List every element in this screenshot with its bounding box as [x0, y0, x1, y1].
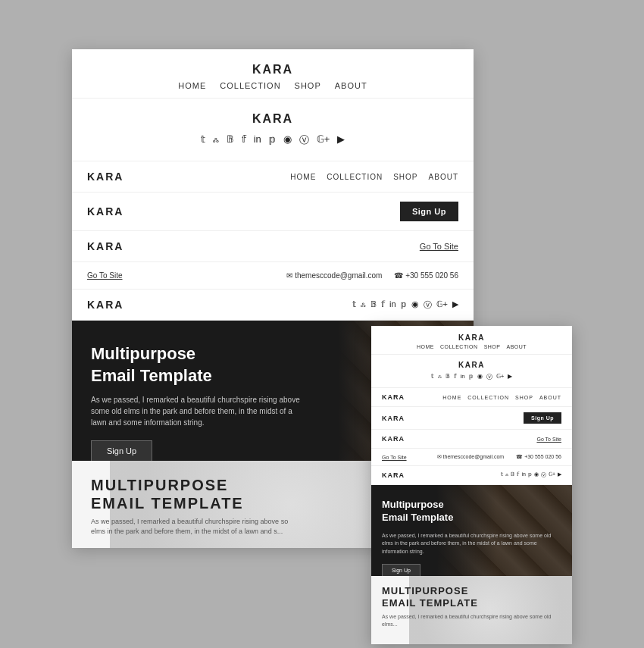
nav-shop[interactable]: SHOP — [295, 81, 321, 90]
gplus-icon[interactable]: 𝔾+ — [317, 133, 330, 147]
s-yt[interactable]: ▶ — [508, 373, 512, 381]
card-header: KARA HOME COLLECTION SHOP ABOUT — [72, 49, 474, 99]
twitter-icon[interactable]: 𝕥 — [201, 133, 205, 147]
hero-body: As we passed, I remarked a beautiful chu… — [91, 394, 303, 428]
dribbble-icon[interactable]: 𝔹 — [227, 133, 234, 147]
small-brand-social: KARA — [382, 471, 405, 479]
s-nav2-about[interactable]: ABOUT — [539, 395, 561, 400]
s-bh[interactable]: ஃ — [438, 373, 442, 381]
nav-about[interactable]: ABOUT — [335, 81, 367, 90]
brand-left-3: KARA — [87, 240, 123, 252]
s-nav-shop[interactable]: SHOP — [484, 344, 501, 349]
small-row-contact: Go To Site ✉ themesccode@gmail.com ☎ +30… — [371, 449, 572, 466]
header-brand: KARA — [87, 63, 458, 77]
tw-icon[interactable]: 𝕥 — [352, 299, 356, 311]
small-brand-btn: KARA — [382, 415, 405, 422]
email-info: ✉ themesccode@gmail.com — [286, 271, 382, 280]
signup-button[interactable]: Sign Up — [400, 202, 458, 221]
small-hero-body: As we passed, I remarked a beautiful chu… — [382, 532, 561, 556]
instagram-icon[interactable]: ◉ — [283, 133, 292, 147]
s-nav2-collection[interactable]: COLLECTION — [467, 395, 509, 400]
small-hero-title: MultipurposeEmail Template — [382, 499, 561, 524]
small-center-brand: KARA — [382, 361, 561, 369]
nav2-about[interactable]: ABOUT — [429, 173, 458, 181]
gp-icon[interactable]: 𝔾+ — [436, 299, 448, 311]
s-vm[interactable]: ⓥ — [486, 373, 492, 381]
small-header-nav: HOME COLLECTION SHOP ABOUT — [382, 344, 561, 349]
vimeo-icon[interactable]: ⓥ — [299, 133, 309, 147]
nav2-collection[interactable]: COLLECTION — [327, 173, 383, 181]
behance-icon[interactable]: ஃ — [213, 133, 219, 147]
nav-home[interactable]: HOME — [178, 81, 206, 90]
facebook-icon[interactable]: 𝕗 — [242, 133, 246, 147]
row-brand-signup: KARA Sign Up — [72, 193, 474, 231]
small-row-social: KARA 𝕥 ஃ 𝔹 𝕗 in 𝕡 ◉ ⓥ 𝔾+ ▶ — [371, 466, 572, 485]
row-contact: Go To Site ✉ themesccode@gmail.com ☎ +30… — [72, 262, 474, 290]
li-icon[interactable]: in — [389, 299, 396, 311]
hero-signup-button[interactable]: Sign Up — [91, 440, 152, 461]
row-brand-gotosite: KARA Go To Site — [72, 231, 474, 262]
yt-icon[interactable]: ▶ — [452, 299, 458, 311]
s-ig[interactable]: ◉ — [477, 373, 483, 381]
email-address: themesccode@gmail.com — [295, 271, 382, 280]
goto-site-link-2[interactable]: Go To Site — [87, 271, 123, 280]
social-row-right: 𝕥 ஃ 𝔹 𝕗 in 𝕡 ◉ ⓥ 𝔾+ ▶ — [352, 299, 458, 311]
vm-icon[interactable]: ⓥ — [424, 299, 432, 311]
pt-icon[interactable]: 𝕡 — [401, 299, 407, 311]
nav2-shop[interactable]: SHOP — [393, 173, 417, 181]
s-li[interactable]: in — [461, 373, 465, 381]
small-card-header: KARA HOME COLLECTION SHOP ABOUT — [371, 326, 572, 355]
row-brand-social: KARA 𝕥 ஃ 𝔹 𝕗 in 𝕡 ◉ ⓥ 𝔾+ ▶ — [72, 290, 474, 321]
small-brand-center: KARA 𝕥 ஃ 𝔹 𝕗 in 𝕡 ◉ ⓥ 𝔾+ ▶ — [371, 355, 572, 388]
small-brand-link: KARA — [382, 435, 405, 443]
fb-icon[interactable]: 𝕗 — [381, 299, 385, 311]
small-social-row: 𝕥 ஃ 𝔹 𝕗 in 𝕡 ◉ ⓥ 𝔾+ ▶ — [501, 471, 561, 479]
small-row-btn: KARA Sign Up — [371, 407, 572, 430]
s-tw[interactable]: 𝕥 — [431, 373, 434, 381]
goto-site-link[interactable]: Go To Site — [420, 242, 458, 251]
s-fb[interactable]: 𝕗 — [454, 373, 457, 381]
small-goto-link-2[interactable]: Go To Site — [382, 455, 407, 460]
linkedin-icon[interactable]: in — [254, 133, 261, 147]
s-nav-collection[interactable]: COLLECTION — [440, 344, 478, 349]
nav-collection[interactable]: COLLECTION — [220, 81, 280, 90]
small-hero-light-title: MULTIPURPOSEEMAIL TEMPLATE — [382, 585, 561, 609]
small-hero-dark: MultipurposeEmail Template As we passed,… — [371, 485, 572, 576]
youtube-icon[interactable]: ▶ — [337, 133, 345, 147]
s-pt[interactable]: 𝕡 — [469, 373, 474, 381]
small-nav-right: HOME COLLECTION SHOP ABOUT — [442, 395, 561, 400]
bh-icon[interactable]: ஃ — [361, 299, 366, 311]
pinterest-icon[interactable]: 𝕡 — [269, 133, 276, 147]
small-hero-light-content: MULTIPURPOSEEMAIL TEMPLATE As we passed,… — [371, 576, 572, 637]
be-icon[interactable]: 𝔹 — [370, 299, 377, 311]
small-goto-link[interactable]: Go To Site — [536, 437, 561, 442]
phone-number: +30 555 020 56 — [405, 271, 458, 280]
phone-icon: ☎ — [394, 271, 405, 280]
social-icons-row: 𝕥 ஃ 𝔹 𝕗 in 𝕡 ◉ ⓥ 𝔾+ ▶ — [87, 133, 458, 147]
small-brand-nav: KARA — [382, 393, 405, 401]
row-brand-nav: KARA HOME COLLECTION SHOP ABOUT — [72, 161, 474, 193]
s-be[interactable]: 𝔹 — [445, 373, 450, 381]
brand-left-1: KARA — [87, 171, 123, 183]
small-phone: ☎ +30 555 020 56 — [516, 454, 561, 460]
small-row-link: KARA Go To Site — [371, 430, 572, 449]
ig-icon[interactable]: ◉ — [411, 299, 419, 311]
small-signup-button[interactable]: Sign Up — [524, 412, 561, 424]
s-nav-home[interactable]: HOME — [417, 344, 434, 349]
s-nav-about[interactable]: ABOUT — [506, 344, 527, 349]
small-row-nav: KARA HOME COLLECTION SHOP ABOUT — [371, 388, 572, 407]
s-nav2-shop[interactable]: SHOP — [515, 395, 533, 400]
small-social-icons: 𝕥 ஃ 𝔹 𝕗 in 𝕡 ◉ ⓥ 𝔾+ ▶ — [382, 373, 561, 381]
nav2-home[interactable]: HOME — [290, 173, 316, 181]
s-gp[interactable]: 𝔾+ — [496, 373, 505, 381]
brand-left-2: KARA — [87, 205, 123, 218]
small-hero-signup[interactable]: Sign Up — [382, 564, 420, 576]
brand-left-4: KARA — [87, 299, 123, 311]
email-icon: ✉ — [286, 271, 295, 280]
small-hero-light-body: As we passed, I remarked a beautiful chu… — [382, 613, 561, 628]
phone-info: ☎ +30 555 020 56 — [394, 271, 458, 280]
s-nav2-home[interactable]: HOME — [442, 395, 461, 400]
contact-info: ✉ themesccode@gmail.com ☎ +30 555 020 56 — [286, 271, 458, 280]
nav-right: HOME COLLECTION SHOP ABOUT — [290, 173, 458, 181]
small-hero-light: MULTIPURPOSEEMAIL TEMPLATE As we passed,… — [371, 576, 572, 644]
